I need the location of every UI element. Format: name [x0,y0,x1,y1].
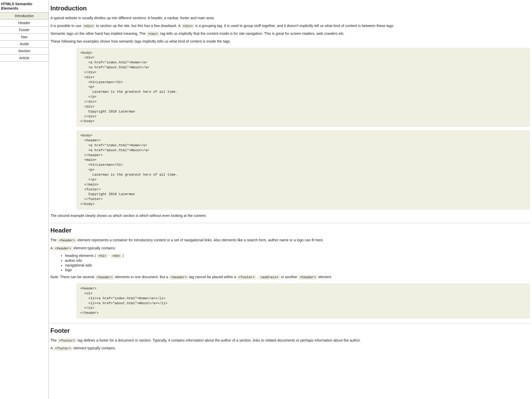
code-example-header: <header> <ul> <li><a href="index.html">H… [76,283,530,318]
nav-item-introduction[interactable]: Introduction [0,12,49,19]
intro-paragraph-1: A typical website is usually divides up … [50,16,530,21]
header-paragraph-1: The <header> element represents a contai… [50,238,530,243]
nav-item-section[interactable]: Section [0,47,49,55]
code-header: <header> [58,238,76,243]
list-item: heading elements ( <h1> - <h6> ) [65,254,530,258]
intro-paragraph-5: The second example clearly shows us whic… [50,213,530,218]
divider [50,323,530,323]
footer-paragraph-2: A <footer> element typically contains: [50,346,530,351]
list-item: navigational aids [65,263,530,267]
code-header: <header> [54,246,72,251]
nav-item-nav[interactable]: Nav [0,33,49,41]
code-footer: <footer> [58,338,76,343]
code-header: <header> [169,275,188,280]
nav-item-footer[interactable]: Footer [0,26,49,34]
footer-paragraph-1: The <footer> tag defines a footer for a … [50,338,530,343]
heading-header: Header [50,227,530,234]
code-footer: <footer> [54,346,72,351]
sidebar: HTML5 Semantic Elements Introduction Hea… [0,0,49,399]
code-address: <address> [259,275,280,280]
list-item: logo [65,268,530,272]
nav-item-article[interactable]: Article [0,54,49,62]
intro-paragraph-2: It is possible to use <div> to section u… [50,23,530,29]
intro-paragraph-3: Semantic tags on the other hand has impl… [50,31,530,36]
code-example-div: <body> <div> <a href="index.html">Home</… [76,48,530,127]
code-div: <div> [82,24,95,28]
list-item: author info [65,258,530,263]
header-contains-list: heading elements ( <h1> - <h6> ) author … [50,254,530,272]
code-header: <header> [95,275,114,280]
main-content: Introduction A typical website is usuall… [49,0,532,399]
divider [50,223,530,223]
header-paragraph-2: A <header> element typically contains: [50,246,530,251]
section-footer: Footer The <footer> tag defines a footer… [50,327,530,351]
nav-item-header[interactable]: Header [0,19,49,26]
intro-paragraph-4: These following two examples shows how s… [50,39,530,44]
section-introduction: Introduction A typical website is usuall… [50,5,530,218]
code-nav: <nav> [147,32,159,36]
code-h6: <h6> [111,254,122,258]
code-h1: <h1> [97,254,108,258]
sidebar-title: HTML5 Semantic Elements [0,0,49,12]
section-header: Header The <header> element represents a… [50,227,530,318]
code-div: <div> [181,24,194,28]
header-paragraph-3: Note: There can be several <header> elem… [50,275,530,280]
heading-footer: Footer [50,327,530,334]
heading-introduction: Introduction [50,5,530,12]
nav-item-aside[interactable]: Aside [0,40,49,48]
code-example-semantic: <body> <header> <a href="index.html">Hom… [76,130,530,210]
code-footer: <footer> [237,275,256,280]
code-header: <header> [298,275,317,280]
